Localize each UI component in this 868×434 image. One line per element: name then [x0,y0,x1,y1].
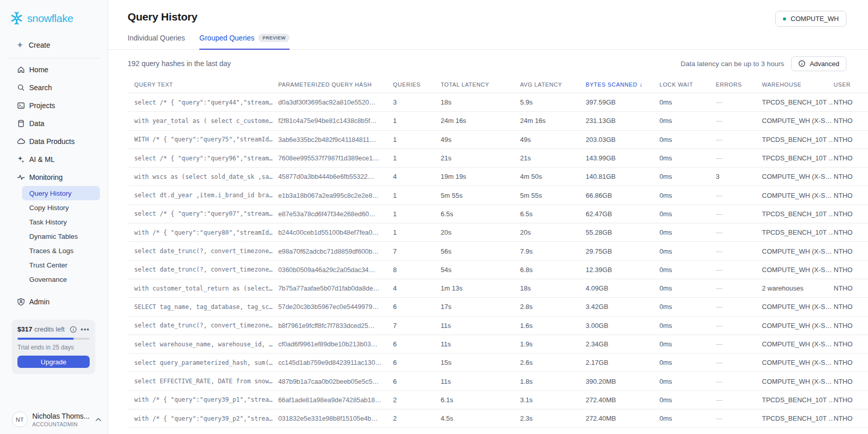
sidebar-item-home[interactable]: Home [0,60,108,78]
user-menu[interactable]: NT Nicholas Thoms... ACCOUNTADMIN [12,411,101,427]
table-row[interactable]: with customer_total_return as (select…7b… [128,279,868,298]
cell-avg: 3.1s [520,396,586,404]
cell-query: select date_trunc(?, convert_timezone… [128,322,278,329]
cloud-icon [17,137,25,146]
cell-user: NTHO [834,396,868,404]
table-row[interactable]: select warehouse_name, warehouse_id, …cf… [128,335,868,354]
cell-query: select date_trunc(?, convert_timezone… [128,266,278,273]
more-options-icon[interactable]: ••• [80,327,90,332]
cell-user: NTHO [834,192,868,199]
column-header-user[interactable]: USER [834,81,868,88]
tab-grouped-queries[interactable]: Grouped Queries PREVIEW [199,34,290,50]
sub-item-label: Traces & Logs [29,247,74,255]
sidebar-item-admin[interactable]: Admin [0,293,108,311]
table-row[interactable]: select EFFECTIVE_RATE, DATE from snow…48… [128,372,868,390]
cell-total: 21s [441,154,520,162]
cell-query: select /* { "query":"query96","stream… [128,155,278,162]
sidebar-item-ai-ml[interactable]: AI & ML [0,150,108,168]
cell-queries: 1 [393,117,441,125]
cell-avg: 18s [520,284,586,292]
cell-bytes: 2.17GB [586,359,659,366]
column-header-hash[interactable]: PARAMETERIZED QUERY HASH [278,81,393,88]
sidebar-item-data[interactable]: Data [0,114,108,132]
cell-user: NTHO [834,117,868,125]
table-row[interactable]: with /* { "query":"query80","streamId…b2… [128,223,868,242]
upgrade-button[interactable]: Upgrade [17,356,90,368]
create-button[interactable]: + Create [0,37,108,53]
cell-wh: COMPUTE_WH (X-S… [762,378,834,385]
cell-user: NTHO [834,359,868,366]
table-row[interactable]: with year_total as ( select c_custome…f2… [128,112,868,130]
tab-label: Grouped Queries [199,34,254,42]
table-row[interactable]: with /* { "query":"query39_p1","strea…66… [128,391,868,409]
snowflake-logo[interactable]: snowflake [0,0,108,25]
cell-user: NTHO [834,229,868,236]
table-row[interactable]: WITH /* { "query":"query75","streamId…3a… [128,131,868,149]
cell-total: 5m 55s [441,192,520,199]
table-row[interactable]: select date_trunc(?, convert_timezone…e9… [128,242,868,260]
column-header-avg[interactable]: AVG LATENCY [520,81,586,88]
table-row[interactable]: select /* { "query":"query96","stream…76… [128,149,868,168]
cell-hash: e87e53a78cd6f47f34e268ed60… [278,210,393,218]
cell-lock: 0ms [659,378,716,385]
column-header-queries[interactable]: QUERIES [393,81,441,88]
cell-lock: 0ms [659,359,716,366]
table-row[interactable]: SELECT tag_name, tag_database, tag_sc…57… [128,298,868,316]
cell-wh: COMPUTE_WH (X-S… [762,303,834,311]
sidebar-item-search[interactable]: Search [0,78,108,96]
sidebar-item-governance[interactable]: Governance [0,272,108,286]
cell-errors: — [716,415,762,422]
warehouse-selector-button[interactable]: COMPUTE_WH [775,11,846,27]
cell-total: 18s [441,98,520,106]
sidebar-item-task-history[interactable]: Task History [0,215,108,229]
table-row[interactable]: select date_trunc(?, convert_timezone…03… [128,261,868,279]
sidebar-item-copy-history[interactable]: Copy History [0,200,108,215]
sidebar-item-dynamic-tables[interactable]: Dynamic Tables [0,229,108,243]
cell-errors: — [716,247,762,255]
cell-wh: COMPUTE_WH (X-S… [762,192,834,199]
cell-queries: 6 [393,303,441,311]
cell-lock: 0ms [659,117,716,125]
sidebar-item-projects[interactable]: Projects [0,96,108,114]
cell-user: NTHO [834,98,868,106]
column-header-query[interactable]: QUERY TEXT [128,81,278,88]
sidebar-item-trust-center[interactable]: Trust Center [0,258,108,272]
cell-lock: 0ms [659,229,716,236]
table-row[interactable]: with /* { "query":"query39_p2","strea…03… [128,409,868,428]
database-icon [17,119,25,128]
column-header-bytes[interactable]: BYTES SCANNED↓ [586,81,659,88]
table-row[interactable]: select dt.d_year ,item.i_brand_id bra…e1… [128,186,868,204]
cell-wh: COMPUTE_WH (X-S… [762,359,834,366]
page-title: Query History [128,11,197,23]
cell-bytes: 66.86GB [586,192,659,199]
advanced-filters-button[interactable]: Advanced [791,56,846,71]
cell-errors: — [716,378,762,385]
column-header-errors[interactable]: ERRORS [716,81,762,88]
cell-total: 49s [441,136,520,143]
table-row[interactable]: select date_trunc(?, convert_timezone…b8… [128,317,868,335]
sidebar-item-query-history[interactable]: Query History [22,186,100,200]
cell-errors: — [716,136,762,143]
cell-user: NTHO [834,303,868,311]
table-row[interactable]: with wscs as (select sold_date_sk ,sa…45… [128,168,868,186]
cell-avg: 6.8s [520,266,586,274]
info-icon[interactable] [70,326,77,333]
cell-query: SELECT tag_name, tag_database, tag_sc… [128,303,278,311]
cell-user: NTHO [834,173,868,180]
column-header-wh[interactable]: WAREHOUSE [762,81,834,88]
tab-individual-queries[interactable]: Individual Queries [128,34,185,50]
cell-errors: — [716,359,762,366]
table-row[interactable]: select /* { "query":"query44","stream…d0… [128,93,868,112]
cell-bytes: 203.03GB [586,136,659,143]
cell-queries: 8 [393,266,441,274]
cell-query: select query_parameterized_hash, sum(… [128,359,278,366]
table-row[interactable]: select query_parameterized_hash, sum(…cc… [128,354,868,372]
sidebar-item-monitoring[interactable]: Monitoring [0,168,108,186]
column-header-total[interactable]: TOTAL LATENCY [441,81,520,88]
table-row[interactable]: select /* { "query":"query07","stream…e8… [128,205,868,223]
cell-wh: COMPUTE_WH (X-S… [762,173,834,180]
column-header-lock[interactable]: LOCK WAIT [659,81,716,88]
sidebar-item-data-products[interactable]: Data Products [0,132,108,150]
sub-item-label: Copy History [29,204,69,212]
sidebar-item-traces-logs[interactable]: Traces & Logs [0,243,108,258]
